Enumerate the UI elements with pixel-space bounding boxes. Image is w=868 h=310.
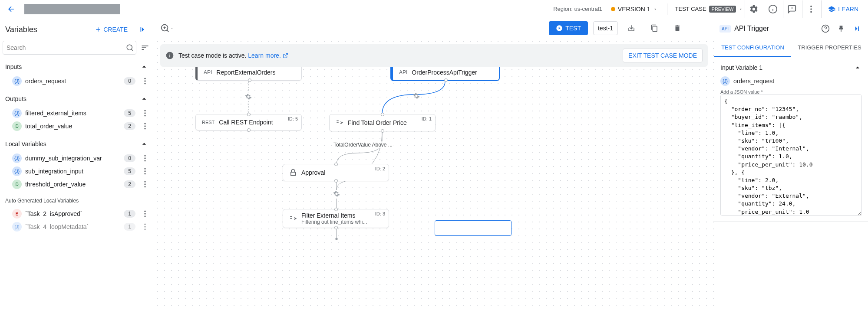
variable-row[interactable]: B `Task_2_isApproved` 1 — [0, 207, 154, 220]
collapse-left-icon — [137, 25, 146, 34]
json-value-textarea[interactable] — [720, 95, 862, 216]
copy-button[interactable] — [645, 22, 663, 35]
edge-gear-icon[interactable] — [332, 234, 341, 244]
exit-testcase-button[interactable]: EXIT TEST CASE MODE — [623, 49, 703, 62]
variable-menu[interactable] — [139, 209, 151, 218]
variable-row[interactable]: D total_order_value 2 — [0, 120, 154, 133]
variable-menu[interactable] — [139, 222, 151, 231]
variable-row[interactable]: D threshold_order_value 2 — [0, 178, 154, 191]
learn-more-link[interactable]: Learn more. — [248, 52, 281, 59]
node-find-total-order-price[interactable]: Find Total Order Price ID: 1 — [329, 114, 436, 131]
testcase-switcher[interactable]: TEST CASE PREVIEW — [667, 3, 743, 15]
node-id: ID: 2 — [375, 166, 385, 171]
variable-menu[interactable] — [139, 180, 151, 189]
edge-label: TotalOrderValue Above ... — [332, 141, 394, 148]
variable-row[interactable]: {J} `Task_4_loopMetadata` 1 — [0, 220, 154, 233]
node-id: ID: 1 — [422, 116, 432, 121]
outputs-section-header[interactable]: Outputs — [0, 91, 154, 107]
download-icon — [627, 24, 635, 32]
download-button[interactable] — [622, 22, 640, 35]
variable-menu[interactable] — [139, 77, 151, 85]
node-title: Approval — [301, 169, 383, 176]
inputs-section-header[interactable]: Inputs — [0, 59, 154, 75]
node-call-rest-endpoint[interactable]: REST Call REST Endpoint ID: 5 — [195, 114, 302, 131]
external-link-icon — [283, 53, 288, 59]
svg-point-31 — [144, 224, 145, 225]
svg-point-21 — [144, 160, 145, 161]
help-button[interactable] — [819, 23, 832, 35]
back-button[interactable] — [3, 1, 19, 17]
delete-button[interactable] — [668, 22, 686, 35]
edge-gear-icon[interactable] — [244, 92, 253, 101]
tab-test-configuration[interactable]: TEST CONFIGURATION — [714, 39, 791, 57]
rest-icon: REST — [202, 120, 215, 125]
variable-count: 0 — [124, 154, 135, 162]
variable-menu[interactable] — [139, 154, 151, 163]
settings-button[interactable] — [745, 0, 762, 18]
feedback-button[interactable] — [783, 0, 800, 18]
variable-count: 1 — [124, 223, 135, 231]
variable-name: total_order_value — [25, 123, 120, 130]
svg-point-7 — [810, 11, 812, 13]
double-chip-icon: D — [12, 179, 22, 189]
overflow-menu[interactable] — [802, 0, 819, 18]
svg-point-29 — [144, 213, 145, 214]
zoom-menu[interactable] — [158, 22, 176, 35]
variable-row[interactable]: {J} dummy_sub_integration_var 0 — [0, 152, 154, 165]
edge-gear-icon[interactable] — [412, 91, 421, 101]
search-icon — [126, 44, 134, 52]
variable-menu[interactable] — [139, 122, 151, 131]
json-field-label: Add a JSON value * — [720, 88, 862, 95]
search-input[interactable] — [3, 41, 136, 55]
banner-text: Test case mode is active. Learn more. — [178, 52, 288, 59]
svg-point-12 — [144, 83, 145, 84]
svg-point-23 — [144, 170, 145, 172]
chevron-down-icon — [653, 7, 657, 11]
learn-button[interactable]: LEARN — [821, 0, 865, 18]
svg-line-35 — [167, 30, 168, 32]
format-button[interactable] — [691, 22, 710, 35]
node-approval[interactable]: Approval ID: 2 — [283, 164, 389, 181]
info-icon — [768, 4, 778, 14]
variable-row[interactable]: {J} orders_request 0 — [0, 75, 154, 88]
delete-icon — [673, 24, 681, 32]
variable-menu[interactable] — [139, 167, 151, 176]
chevron-up-icon — [853, 63, 862, 72]
version-switcher[interactable]: VERSION 1 — [607, 4, 661, 14]
locals-section-header[interactable]: Local Variables — [0, 136, 154, 152]
svg-point-24 — [144, 173, 145, 174]
create-variable-button[interactable]: CREATE — [95, 26, 128, 33]
variable-count: 2 — [124, 122, 135, 130]
node-id: ID: 5 — [288, 116, 298, 121]
variable-row[interactable]: {J} filtered_external_items 5 — [0, 107, 154, 120]
expand-panel-button[interactable] — [851, 23, 863, 35]
variable-name: `Task_4_loopMetadata` — [25, 223, 120, 230]
test-button[interactable]: TEST — [549, 21, 588, 35]
collapse-left-panel[interactable] — [135, 23, 149, 36]
filter-button[interactable] — [139, 42, 151, 54]
node-subtitle: Filtering out line_items whi... — [301, 219, 383, 225]
variable-count: 5 — [124, 109, 135, 117]
selection-box[interactable] — [435, 220, 512, 236]
tab-trigger-properties[interactable]: TRIGGER PROPERTIES — [791, 39, 868, 57]
variable-row[interactable]: {J} sub_integration_input 5 — [0, 165, 154, 178]
svg-point-19 — [144, 155, 145, 157]
svg-point-20 — [144, 157, 145, 159]
testcase-select[interactable]: test-1 — [593, 21, 618, 35]
input-variable-header[interactable]: Input Variable 1 — [720, 62, 862, 74]
json-chip-icon: {J} — [12, 108, 22, 118]
node-filter-external-items[interactable]: Filter External Items Filtering out line… — [283, 209, 389, 228]
info-button[interactable] — [764, 0, 781, 18]
svg-point-11 — [144, 80, 145, 82]
svg-point-8 — [127, 45, 132, 50]
svg-point-15 — [144, 115, 145, 116]
json-chip-icon: {J} — [720, 76, 730, 86]
edge-gear-icon[interactable] — [332, 189, 341, 199]
variable-menu[interactable] — [139, 109, 151, 117]
svg-point-33 — [144, 228, 145, 230]
feedback-icon — [787, 4, 797, 14]
svg-point-10 — [144, 78, 145, 79]
pin-button[interactable] — [835, 23, 847, 35]
variable-name: sub_integration_input — [25, 168, 120, 175]
svg-point-14 — [144, 112, 145, 114]
